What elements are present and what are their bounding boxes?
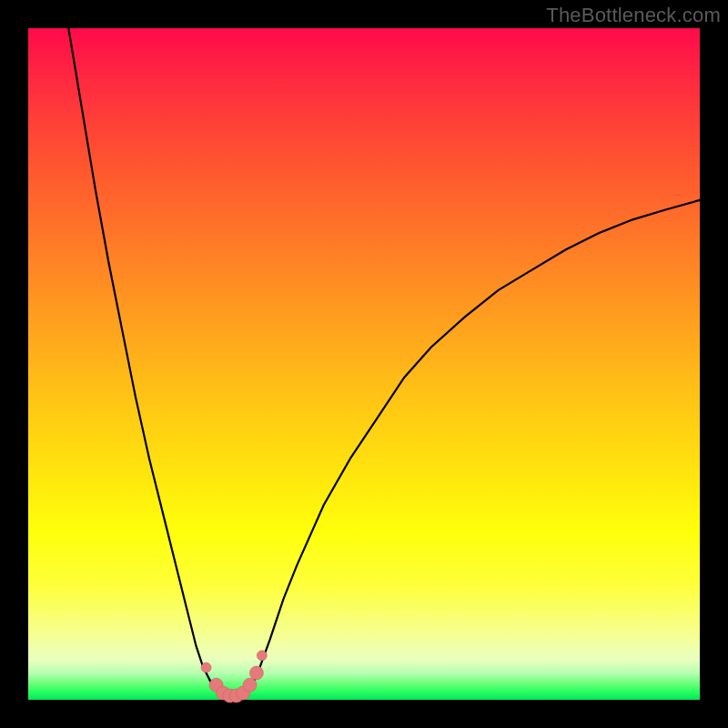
valley-marker bbox=[201, 662, 211, 672]
curve-right-branch bbox=[257, 200, 700, 676]
valley-markers-group bbox=[201, 651, 267, 703]
curve-left-branch bbox=[68, 28, 216, 690]
chart-svg bbox=[28, 28, 700, 700]
chart-frame: TheBottleneck.com bbox=[0, 0, 728, 728]
watermark-text: TheBottleneck.com bbox=[546, 4, 721, 27]
curve-layer bbox=[68, 28, 700, 696]
valley-marker bbox=[249, 666, 263, 680]
valley-marker bbox=[257, 651, 267, 661]
valley-marker bbox=[243, 678, 257, 692]
